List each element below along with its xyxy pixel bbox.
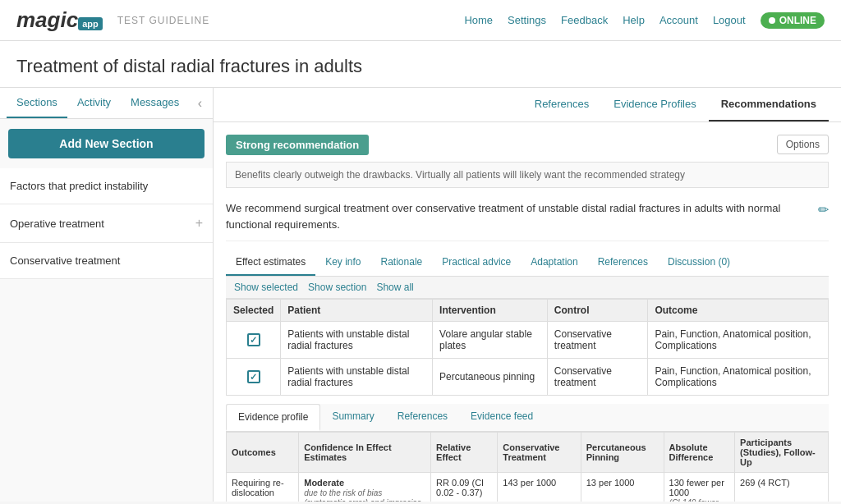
evidence-tab-profile[interactable]: Evidence profile [226, 404, 320, 431]
ev-conservative: 143 per 1000 [498, 473, 581, 502]
nav-account[interactable]: Account [659, 14, 698, 26]
col-control: Control [547, 300, 648, 322]
tab-recommendations[interactable]: Recommendations [709, 88, 829, 121]
evidence-tab-feed[interactable]: Evidence feed [459, 404, 545, 431]
inner-tab-discussion[interactable]: Discussion (0) [658, 250, 740, 276]
intervention-cell: Percutaneous pinning [433, 359, 548, 396]
sidebar-tab-activity[interactable]: Activity [67, 88, 121, 118]
ev-absolute: 130 fewer per 1000 (CI 140 fewer - 90 fe… [664, 473, 735, 502]
guideline-label: TEST GUIDELINE [117, 15, 209, 26]
evidence-tab-summary[interactable]: Summary [320, 404, 385, 431]
page-title: Treatment of distal radial fractures in … [16, 56, 825, 77]
inner-tab-references[interactable]: References [588, 250, 658, 276]
inner-tab-adaptation[interactable]: Adaptation [521, 250, 587, 276]
logo-app: app [78, 17, 103, 30]
intervention-cell: Volare angular stable plates [433, 322, 548, 359]
top-tabs: References Evidence Profiles Recommendat… [214, 88, 841, 122]
nav-home[interactable]: Home [464, 14, 493, 26]
ev-confidence-main: Moderate [304, 478, 344, 488]
sidebar-tabs: Sections Activity Messages ‹ [0, 88, 213, 119]
sidebar-item-conservative[interactable]: Conservative treatment [0, 243, 213, 279]
header: magicapp TEST GUIDELINE Home Settings Fe… [0, 0, 841, 41]
header-nav: Home Settings Feedback Help Account Logo… [464, 12, 825, 29]
patient-cell: Patients with unstable distal radial fra… [281, 322, 433, 359]
checkbox-cell[interactable] [227, 322, 281, 359]
evidence-tab-references[interactable]: References [386, 404, 459, 431]
col-intervention: Intervention [433, 300, 548, 322]
content-area: References Evidence Profiles Recommendat… [214, 88, 841, 502]
ev-relative: RR 0.09 (CI 0.02 - 0.37) [431, 473, 498, 502]
tab-references[interactable]: References [522, 88, 601, 121]
checkbox-checked[interactable] [247, 370, 260, 383]
sidebar: Sections Activity Messages ‹ Add New Sec… [0, 88, 214, 502]
patient-cell: Patients with unstable distal radial fra… [281, 359, 433, 396]
sidebar-collapse-button[interactable]: ‹ [194, 92, 206, 115]
ev-col-absolute: Absolute Difference [664, 433, 735, 473]
online-badge: ONLINE [761, 12, 825, 29]
evidence-table: Outcomes Confidence In Effect Estimates … [226, 432, 829, 502]
add-new-section-button[interactable]: Add New Section [8, 129, 205, 158]
online-dot [769, 17, 775, 24]
nav-logout[interactable]: Logout [713, 14, 746, 26]
sidebar-item-operative[interactable]: Operative treatment + [0, 204, 213, 243]
ev-col-relative: Relative Effect [431, 433, 498, 473]
control-cell: Conservative treatment [547, 359, 648, 396]
show-all[interactable]: Show all [376, 282, 413, 293]
checkbox-checked[interactable] [247, 333, 260, 346]
outcome-cell: Pain, Function, Anatomical position, Com… [648, 322, 829, 359]
inner-tab-key-info[interactable]: Key info [315, 250, 370, 276]
outcome-cell: Pain, Function, Anatomical position, Com… [648, 359, 829, 396]
plus-icon: + [195, 216, 203, 231]
rec-main-text: We recommend surgical treatment over con… [226, 196, 829, 241]
strong-rec-badge: Strong recommendation [226, 135, 369, 155]
logo-area: magicapp TEST GUIDELINE [16, 7, 209, 33]
sidebar-item-factors[interactable]: Factors that predict instability [0, 168, 213, 204]
evidence-row: Requiring re-dislocation Moderate due to… [227, 473, 829, 502]
show-section[interactable]: Show section [308, 282, 366, 293]
inner-tab-effect-estimates[interactable]: Effect estimates [226, 250, 315, 276]
ev-col-participants: Participants (Studies), Follow-Up [735, 433, 829, 473]
page-title-bar: Treatment of distal radial fractures in … [0, 41, 841, 88]
ev-col-confidence: Confidence In Effect Estimates [299, 433, 431, 473]
rec-header-row: Options Strong recommendation [226, 135, 829, 162]
recommendation-area: Options Strong recommendation Benefits c… [214, 122, 841, 502]
logo-magic: magicapp [16, 7, 103, 33]
main-layout: Sections Activity Messages ‹ Add New Sec… [0, 88, 841, 502]
sidebar-tab-messages[interactable]: Messages [121, 88, 189, 118]
table-row: Patients with unstable distal radial fra… [227, 322, 829, 359]
edit-icon[interactable]: ✏ [818, 200, 829, 220]
sidebar-tab-sections[interactable]: Sections [7, 88, 67, 118]
ev-outcome: Requiring re-dislocation [227, 473, 299, 502]
ev-participants: 269 (4 RCT) [735, 473, 829, 502]
ev-percutaneous: 13 per 1000 [581, 473, 664, 502]
ev-col-outcomes: Outcomes [227, 433, 299, 473]
ev-confidence: Moderate due to the risk of bias (system… [299, 473, 431, 502]
options-button[interactable]: Options [777, 135, 829, 154]
rec-sub-text: Benefits clearly outweigh the drawbacks.… [226, 162, 829, 188]
nav-feedback[interactable]: Feedback [561, 14, 608, 26]
checkbox-cell[interactable] [227, 359, 281, 396]
show-bar: Show selected Show section Show all [226, 277, 829, 299]
nav-settings[interactable]: Settings [508, 14, 546, 26]
nav-help[interactable]: Help [623, 14, 645, 26]
table-row: Patients with unstable distal radial fra… [227, 359, 829, 396]
tab-evidence-profiles[interactable]: Evidence Profiles [601, 88, 708, 121]
evidence-tabs: Evidence profile Summary References Evid… [226, 404, 829, 432]
ev-col-conservative: Conservative Treatment [498, 433, 581, 473]
col-patient: Patient [281, 300, 433, 322]
control-cell: Conservative treatment [547, 322, 648, 359]
inner-tab-rationale[interactable]: Rationale [371, 250, 433, 276]
ev-col-percutaneous: Percutaneous Pinning [581, 433, 664, 473]
ev-confidence-sub: due to the risk of bias (systematic erro… [304, 488, 421, 502]
inner-tabs: Effect estimates Key info Rationale Prac… [226, 250, 829, 277]
show-selected[interactable]: Show selected [234, 282, 298, 293]
effect-table: Selected Patient Intervention Control Ou… [226, 299, 829, 396]
col-selected: Selected [227, 300, 281, 322]
col-outcome: Outcome [648, 300, 829, 322]
inner-tab-practical-advice[interactable]: Practical advice [432, 250, 521, 276]
